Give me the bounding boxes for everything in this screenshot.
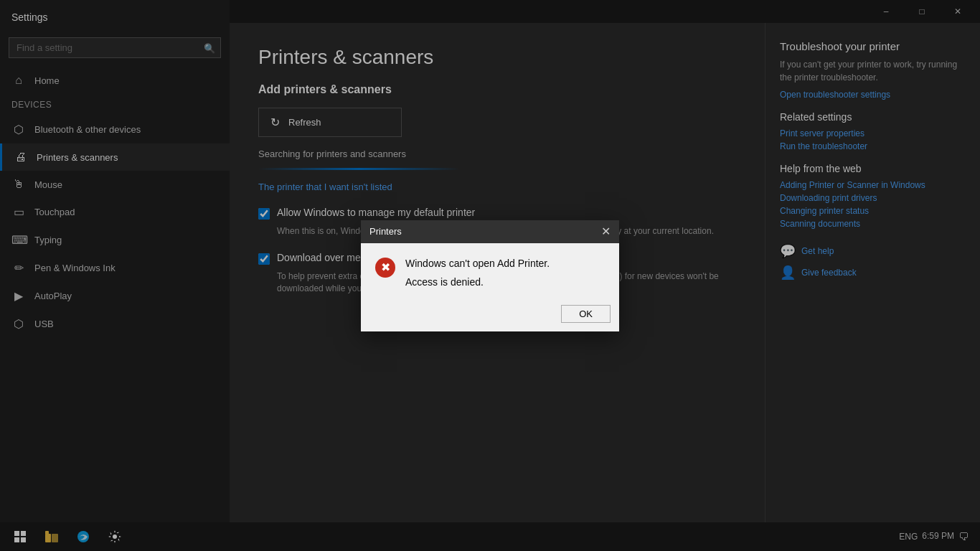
error-dialog: Printers ✕ ✖ Windows can't open Add Prin… xyxy=(361,220,619,331)
dialog-title: Printers xyxy=(369,226,402,237)
dialog-overlay: Printers ✕ ✖ Windows can't open Add Prin… xyxy=(0,0,980,551)
dialog-body: ✖ Windows can't open Add Printer. Access… xyxy=(361,243,619,299)
dialog-text-block: Windows can't open Add Printer. Access i… xyxy=(405,258,605,288)
error-icon: ✖ xyxy=(375,258,395,278)
dialog-ok-button[interactable]: OK xyxy=(561,305,611,323)
dialog-main-text: Windows can't open Add Printer. xyxy=(405,258,605,269)
dialog-close-button[interactable]: ✕ xyxy=(601,226,611,237)
dialog-footer: OK xyxy=(361,299,619,331)
dialog-titlebar: Printers ✕ xyxy=(361,220,619,243)
dialog-sub-text: Access is denied. xyxy=(405,276,605,288)
